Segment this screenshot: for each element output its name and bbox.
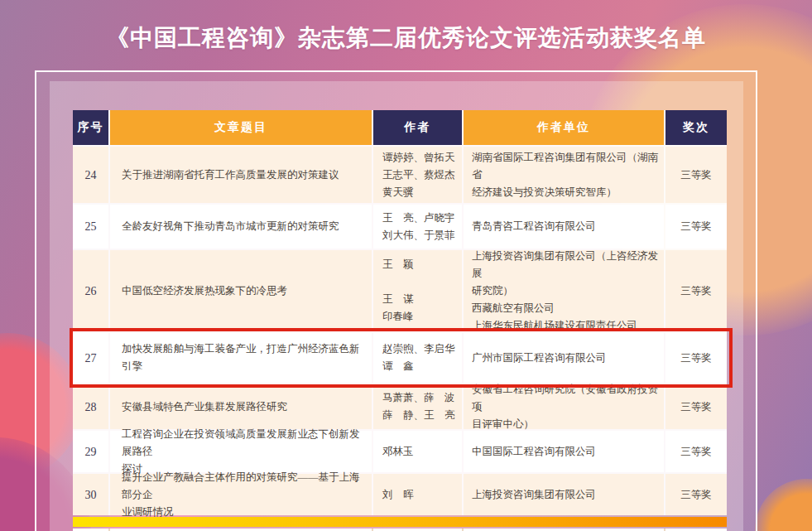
row-authors: 王 亮、卢晓宇 刘大伟、于景菲 — [373, 205, 462, 249]
row-no: 27 — [73, 333, 108, 383]
gradient-divider-bar — [73, 517, 727, 527]
row-authors: 赵崇煦、李启华 谭 鑫 — [373, 333, 462, 383]
row-title: 中国低空经济发展热现象下的冷思考 — [110, 250, 372, 331]
row-authors: 王 颖 王 谋 印春峰 — [373, 250, 462, 331]
row-unit: 青岛青咨工程咨询有限公司 — [464, 205, 664, 249]
row-no: 28 — [73, 384, 108, 429]
row-no: 29 — [73, 431, 108, 472]
row-unit: 安徽省工程咨询研究院（安徽省政府投资项 目评审中心） — [464, 384, 664, 429]
row-title: 全龄友好视角下推动青岛市城市更新的对策研究 — [110, 205, 372, 249]
header-cell-author: 作者 — [373, 110, 462, 145]
row-award: 三等奖 — [665, 333, 727, 383]
row-unit: 中国国际工程咨询有限公司 — [464, 431, 664, 472]
row-title: 工程咨询企业在投资领域高质量发展新业态下创新发展路径 探讨 — [110, 431, 372, 472]
header-cell-award: 奖次 — [665, 110, 727, 145]
row-no: 24 — [73, 147, 108, 203]
row-unit: 上海投资咨询集团有限公司 — [464, 474, 664, 515]
row-authors: 谭婷婷、曾拓天 王志平、蔡煜杰 黄天骥 — [373, 147, 462, 203]
row-authors: 刘 晖 — [373, 474, 462, 515]
row-unit: 广州市国际工程咨询有限公司 — [464, 333, 664, 383]
row-award: 三等奖 — [665, 384, 727, 429]
header-cell-title: 文章题目 — [110, 110, 372, 145]
row-title: 关于推进湖南省托育工作高质量发展的对策建议 — [110, 147, 372, 203]
decor-orange-glow-circle — [755, 479, 812, 531]
row-title: 提升企业产教融合主体作用的对策研究——基于上海部分企 业调研情况 — [110, 474, 372, 515]
award-table: 序号 文章题目 作者 作者单位 奖次 24 关于推进湖南省托育工作高质量发展的对… — [73, 110, 727, 515]
row-title: 安徽县域特色产业集群发展路径研究 — [110, 384, 372, 429]
row-award: 三等奖 — [665, 147, 727, 203]
row-unit: 上海投资咨询集团有限公司（上咨经济发展 研究院） 西藏航空有限公司 上海华东民航… — [464, 250, 664, 331]
header-cell-unit: 作者单位 — [464, 110, 664, 145]
row-title: 加快发展船舶与海工装备产业，打造广州经济蓝色新引擎 — [110, 333, 372, 383]
row-no: 25 — [73, 205, 108, 249]
award-list-page: 《中国工程咨询》杂志第二届优秀论文评选活动获奖名单 序号 文章题目 作者 作者单… — [0, 0, 812, 531]
row-no: 26 — [73, 250, 108, 331]
row-no: 30 — [73, 474, 108, 515]
row-authors: 马萧萧、薛 波 薛 静、王 亮 — [373, 384, 462, 429]
header-cell-no: 序号 — [73, 110, 108, 145]
row-unit: 湖南省国际工程咨询集团有限公司（湖南省 经济建设与投资决策研究智库） — [464, 147, 664, 203]
page-title: 《中国工程咨询》杂志第二届优秀论文评选活动获奖名单 — [0, 22, 812, 54]
row-award: 三等奖 — [665, 431, 727, 472]
row-award: 三等奖 — [665, 250, 727, 331]
row-authors: 邓林玉 — [373, 431, 462, 472]
row-award: 三等奖 — [665, 474, 727, 515]
row-award: 三等奖 — [665, 205, 727, 249]
